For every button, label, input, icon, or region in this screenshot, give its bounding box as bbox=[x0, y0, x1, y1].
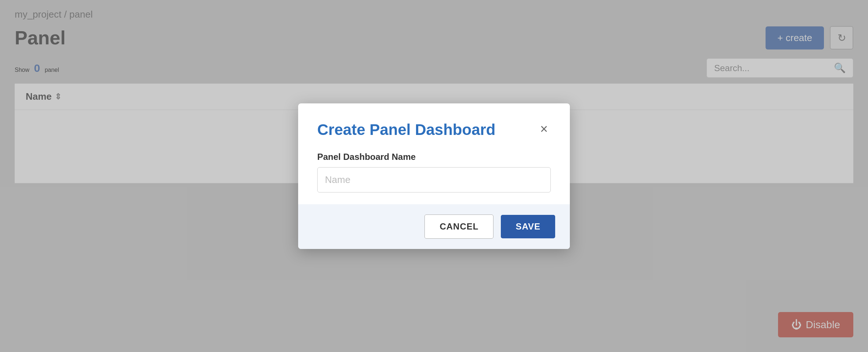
modal-footer: CANCEL SAVE bbox=[298, 204, 570, 249]
cancel-button[interactable]: CANCEL bbox=[424, 214, 493, 239]
panel-name-input[interactable] bbox=[317, 167, 551, 192]
modal-title: Create Panel Dashboard bbox=[317, 121, 496, 139]
modal-body: Create Panel Dashboard × Panel Dashboard… bbox=[298, 103, 570, 204]
modal-dialog: Create Panel Dashboard × Panel Dashboard… bbox=[298, 103, 570, 249]
modal-header-row: Create Panel Dashboard × bbox=[317, 121, 551, 139]
modal-field-label: Panel Dashboard Name bbox=[317, 152, 551, 162]
modal-close-button[interactable]: × bbox=[537, 121, 551, 137]
save-button[interactable]: SAVE bbox=[501, 215, 555, 238]
modal-overlay: Create Panel Dashboard × Panel Dashboard… bbox=[0, 0, 868, 352]
